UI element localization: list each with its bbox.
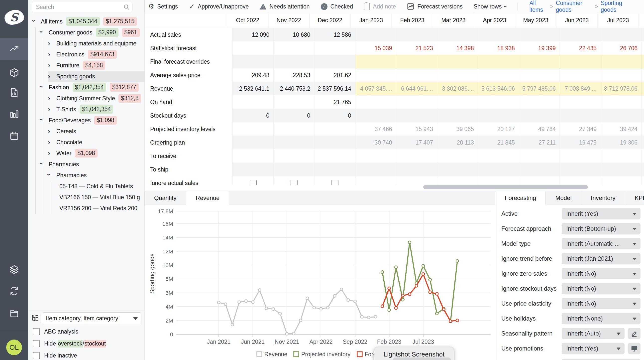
add-note-button[interactable]: Add note xyxy=(364,3,396,10)
nav-reports[interactable] xyxy=(0,82,28,104)
chevron-right-icon[interactable] xyxy=(48,128,56,135)
edit-seasonality-button[interactable] xyxy=(628,328,640,339)
nav-layers[interactable] xyxy=(0,258,28,280)
abc-analysis-checkbox[interactable] xyxy=(33,328,40,335)
chevron-right-icon[interactable] xyxy=(48,51,56,58)
tree-item-building-materials-and-equipme[interactable]: Building materials and equipme xyxy=(28,38,144,49)
chevron-right-icon[interactable] xyxy=(48,150,56,157)
table-cell[interactable]: 7 008 849.... xyxy=(560,82,601,95)
tree-item-all-items[interactable]: All items$1,045,344$1,275,515 xyxy=(28,16,144,27)
table-cell[interactable] xyxy=(356,55,396,68)
tree-item-clothing-summer-style[interactable]: Clothing Summer Style$312,8 xyxy=(28,93,144,104)
chevron-right-icon[interactable] xyxy=(48,95,56,102)
hide-inactive-checkbox[interactable] xyxy=(33,352,40,359)
select-use-promotions[interactable]: Inherit (Yes) xyxy=(562,343,624,354)
search-input[interactable] xyxy=(32,2,132,12)
hide-inactive-checkbox-row[interactable]: Hide inactive xyxy=(33,351,77,359)
chevron-right-icon[interactable] xyxy=(48,40,56,47)
forecast-versions-button[interactable]: Forecast versions xyxy=(407,3,463,10)
ignore-sales-checkbox[interactable] xyxy=(332,180,338,185)
table-cell[interactable] xyxy=(314,176,356,185)
nav-sync[interactable] xyxy=(0,280,28,302)
tree-item-fashion[interactable]: Fashion$1,042,354$312,877 xyxy=(28,82,144,93)
nav-inventory[interactable] xyxy=(0,62,28,84)
settings-tab-inventory[interactable]: Inventory xyxy=(582,191,625,205)
settings-button[interactable]: ⚙ Settings xyxy=(148,3,178,11)
legend-swatch-revenue[interactable] xyxy=(257,352,262,357)
breadcrumb-consumer-goods[interactable]: Consumer goods xyxy=(556,0,592,13)
table-cell[interactable]: 4 057 845.... xyxy=(356,82,396,95)
table-cell[interactable]: 6 644 961.... xyxy=(396,82,437,95)
chart-tab-quantity[interactable]: Quantity xyxy=(145,191,186,205)
chevron-down-icon[interactable] xyxy=(32,18,41,25)
table-cell[interactable] xyxy=(478,55,519,68)
table-cell[interactable] xyxy=(437,55,478,68)
hide-overstock-checkbox[interactable] xyxy=(33,340,40,347)
chevron-down-icon[interactable] xyxy=(40,84,49,91)
table-cell[interactable]: 5 797 485.06 xyxy=(519,82,560,95)
tree-item-water[interactable]: Water$1,098 xyxy=(28,148,144,159)
nav-dashboard[interactable] xyxy=(0,103,28,125)
chevron-down-icon[interactable] xyxy=(40,161,49,168)
chevron-down-icon[interactable] xyxy=(40,29,49,36)
tree-item-pharmacies[interactable]: Pharmacies xyxy=(28,170,144,181)
needs-attention-button[interactable]: Needs attention xyxy=(260,3,310,10)
tree-item-chocolate[interactable]: Chocolate xyxy=(28,137,144,148)
tree-item-sporting-goods[interactable]: Sporting goods xyxy=(28,71,144,82)
select-ignore-trend-before[interactable]: Inherit (Jan 2021) xyxy=(562,253,640,264)
ignore-sales-checkbox[interactable] xyxy=(250,180,257,185)
table-cell[interactable]: 6 092 xyxy=(642,82,644,95)
table-cell[interactable] xyxy=(519,55,560,68)
group-by-select[interactable]: Item category, Item category xyxy=(42,312,142,324)
table-cell[interactable] xyxy=(601,55,642,68)
breadcrumb-all-items[interactable]: All items xyxy=(529,0,548,13)
breadcrumb-sporting-goods[interactable]: Sporting goods xyxy=(601,0,633,13)
select-active[interactable]: Inherit (Yes) xyxy=(562,208,640,219)
select-use-holidays[interactable]: Inherit (None) xyxy=(562,313,640,324)
show-rows-button[interactable]: Show rows › xyxy=(474,3,506,10)
promotions-screen-button[interactable] xyxy=(628,343,640,354)
table-cell[interactable] xyxy=(396,55,437,68)
chevron-right-icon[interactable] xyxy=(48,139,56,146)
tree-item-consumer-goods[interactable]: Consumer goods$2,990$961 xyxy=(28,27,144,38)
tree-item-electronics[interactable]: Electronics$914,673 xyxy=(28,49,144,60)
table-cell[interactable] xyxy=(642,55,644,68)
nav-demand-forecasting[interactable] xyxy=(0,38,28,60)
tree-item-pharmacies[interactable]: Pharmacies xyxy=(28,159,144,170)
user-avatar[interactable]: OL xyxy=(6,339,22,355)
nav-projects[interactable] xyxy=(0,302,28,324)
abc-analysis-checkbox-row[interactable]: ABC analysis xyxy=(33,327,78,335)
table-cell[interactable]: 3 802 086.... xyxy=(437,82,478,95)
legend-label-revenue[interactable]: Revenue xyxy=(264,351,287,357)
hide-overstock-checkbox-row[interactable]: Hide overstock/stockout xyxy=(33,339,106,347)
legend-label-projected-inventory[interactable]: Projected inventory xyxy=(301,351,350,357)
chevron-down-icon[interactable] xyxy=(48,172,56,179)
chevron-down-icon[interactable] xyxy=(40,117,49,124)
chevron-right-icon[interactable] xyxy=(48,106,56,113)
chevron-right-icon[interactable] xyxy=(48,62,56,69)
chevron-right-icon[interactable] xyxy=(48,73,56,80)
tree-item-05-t48-cold-flu-tablets[interactable]: 05-T48 — Cold & Flu Tablets xyxy=(28,181,144,192)
settings-tab-kpis[interactable]: KPIs xyxy=(625,191,644,205)
select-seasonality-pattern[interactable]: Inherit (Auto) xyxy=(562,328,624,339)
tree-item-vr2156-200-vital-reds-200[interactable]: VR2156 200 — Vital Reds 200 xyxy=(28,203,144,214)
nav-calendar[interactable] xyxy=(0,125,28,147)
select-ignore-zero-sales[interactable]: Inherit (No) xyxy=(562,268,640,279)
tree-item-food-beverages[interactable]: Food/Beverages$1,098 xyxy=(28,115,144,126)
checked-button[interactable]: ✓ Checked xyxy=(321,3,353,10)
table-cell[interactable] xyxy=(274,176,314,185)
tree-item-furniture[interactable]: Furniture$4,158 xyxy=(28,60,144,71)
app-logo[interactable]: S xyxy=(4,9,25,26)
legend-swatch-forecast[interactable] xyxy=(357,352,362,357)
select-model-type[interactable]: Inherit (Automatic ... xyxy=(562,238,640,249)
table-cell[interactable] xyxy=(560,55,601,68)
settings-tab-model[interactable]: Model xyxy=(546,191,581,205)
table-cell[interactable] xyxy=(233,176,274,185)
select-use-price-elasticity[interactable]: Inherit (No) xyxy=(562,298,640,309)
approve-button[interactable]: ✓ Approve/Unapprove xyxy=(189,3,249,11)
table-horizontal-scrollbar[interactable] xyxy=(423,185,588,189)
table-cell[interactable]: 8 712 978.06 xyxy=(601,82,642,95)
chart-tab-revenue[interactable]: Revenue xyxy=(186,191,229,205)
tree-item-vb2166-150-vital-blue-150-g[interactable]: VB2166 150 — Vital Blue 150 g xyxy=(28,192,144,203)
select-ignore-stockout-days[interactable]: Inherit (No) xyxy=(562,283,640,294)
